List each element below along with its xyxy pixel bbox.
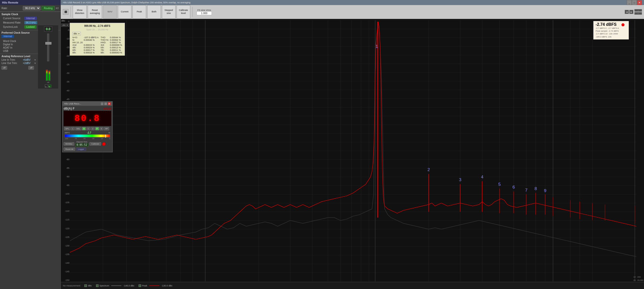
c-btn[interactable]: C [86, 127, 90, 130]
rate-select[interactable]: 96.0 kHz 44.1 kHz 48.0 kHz 88.2 kHz 192 … [23, 6, 41, 10]
bottom-buttons-2: Reset All Logger [64, 148, 111, 151]
info-row-2nd: 2nd:0.00015 % 3rd:0.000069 % [72, 44, 122, 46]
line-out-trim-arrow[interactable]: ▼ [34, 62, 36, 65]
separator-2 [192, 7, 193, 17]
maximize-button[interactable]: □ [632, 0, 637, 5]
harmonic-1-label: 1 [375, 44, 378, 49]
left-panel: Hilo Remote Rate: 96.0 kHz 44.1 kHz 48.0… [0, 0, 61, 289]
line-in-trim-arrow[interactable]: ▼ [34, 59, 36, 61]
spectrum-checkbox[interactable] [96, 284, 99, 287]
info-scale-selector[interactable]: dBc ▼ [72, 32, 81, 35]
expand-v[interactable]: ↕ [634, 9, 642, 12]
arrow-right[interactable]: ▶ [629, 10, 633, 14]
dbfs-bar-value: -2.7 [87, 131, 91, 134]
y--45: -45 [61, 98, 69, 100]
harmonic-5-label: 5 [498, 182, 501, 187]
dbfs-detail-2: Peak sample: -2.74 dBFS [596, 30, 627, 32]
routing-button[interactable]: Routing [42, 6, 55, 10]
y--90: -90 [61, 175, 69, 178]
y--130: -130 [61, 244, 69, 247]
current-button[interactable]: Current [118, 5, 131, 19]
m-btn-1[interactable]: M [45, 85, 48, 88]
l-btn[interactable]: L [71, 127, 74, 130]
dbc-checkbox[interactable] [84, 284, 87, 287]
dbc-scale-arrow: ▼ [66, 24, 68, 26]
both-button[interactable]: Both [147, 5, 161, 19]
stepped-sine-button[interactable]: Stepped sine [162, 5, 176, 19]
y--145: -145 [61, 270, 69, 273]
y--135: -135 [61, 253, 69, 256]
spectrum-legend-text: Spectrum [100, 284, 109, 287]
dbfs-bar-label-text: dBFS [65, 132, 70, 134]
off-btn-1[interactable]: off [2, 66, 7, 70]
minmax-button[interactable]: MinMax [64, 142, 74, 146]
elapsed-container: Elapsed Time 0:05:52 [75, 141, 88, 147]
dbfs-detail-4: -105.3 dBFS -22k [596, 35, 627, 38]
wav-button[interactable]: WAV [103, 5, 117, 19]
dbfs-detail: -2.7 dBFS C, -2.7 dBFS A Peak sample: -2… [596, 27, 627, 38]
sub-window: Hilo USB Reco... _ □ ✕ dB(A) F OVER 80.8… [62, 101, 113, 152]
calibrate-button[interactable]: Calibrate [89, 142, 101, 146]
off-btn-2[interactable]: off [28, 66, 34, 70]
hp-btn[interactable]: HP [104, 127, 109, 130]
over-label: OVER [103, 107, 111, 110]
m-btn-2[interactable]: M [48, 85, 51, 88]
close-button[interactable]: ✕ [637, 0, 642, 5]
current-label: Current [121, 10, 128, 13]
adatin-label: ADAT In [3, 46, 21, 49]
sel-btn[interactable]: SEL [75, 127, 82, 130]
info-row-nd: N+D:-107.0 dBFS A THD:0.00044 % [72, 36, 122, 39]
spl-buttons: SPL L SEL A C Z F S HP [64, 127, 111, 131]
line-in-trim-label: Line In Trim: [2, 58, 22, 61]
z-btn[interactable]: Z [91, 127, 95, 130]
measured-rate-value: 96.0 kHz [24, 21, 37, 24]
reset-averaging-button[interactable]: Reset averaging [88, 5, 102, 19]
info-overlay: 999.99 Hz, -2.74 dBFS Span 20 ... 20,000… [70, 23, 125, 56]
y--85: -85 [61, 167, 69, 169]
show-distortion-button[interactable]: Show distortion [73, 5, 87, 19]
measured-rate-label: Measured Rate: [3, 21, 23, 24]
in-label: In [108, 132, 110, 134]
sub-maximize[interactable]: □ [104, 102, 107, 105]
minimize-button[interactable]: _ [627, 0, 632, 5]
y--125: -125 [61, 236, 69, 238]
fs-sine-label-text: FS sine Vrms [197, 9, 211, 11]
record-button[interactable] [102, 142, 106, 146]
peak-button[interactable]: Peak [132, 5, 146, 19]
f-btn[interactable]: F [95, 127, 99, 130]
peak-legend-text: Peak [142, 284, 147, 287]
dbc-scale-selector[interactable]: dBc ▼ [61, 24, 69, 27]
reset-all-button[interactable]: Reset All [64, 148, 75, 151]
s-btn[interactable]: S [100, 127, 103, 130]
sub-minimize[interactable]: _ [101, 102, 104, 105]
elapsed-label: Elapsed Time [77, 141, 87, 143]
expand-h[interactable]: ↔ [634, 12, 642, 15]
fader-thumb[interactable] [45, 42, 51, 45]
spl-btn[interactable]: SPL [64, 127, 70, 130]
icon-btn[interactable]: ⬛ [63, 9, 68, 15]
calibrate-level-button[interactable]: Calibrate level [177, 5, 190, 19]
harmonic-2-label: 2 [427, 168, 430, 172]
arrow-left[interactable]: ◀ [625, 10, 629, 14]
peak-checkbox[interactable] [139, 284, 141, 287]
info-freq: 999.99 Hz, -2.74 dBFS [72, 25, 122, 27]
elapsed-time: 0:05:52 [75, 143, 88, 147]
y--5: -5 [61, 29, 69, 31]
vu-bar-left [46, 70, 48, 81]
sub-close[interactable]: ✕ [108, 102, 111, 105]
fs-sine-input[interactable] [197, 11, 212, 15]
a-btn[interactable]: A [82, 127, 86, 130]
dbfs-bar [65, 134, 110, 137]
bottom-buttons: MinMax Elapsed Time 0:05:52 Calibrate [64, 141, 111, 147]
no-measurement-text: No measurement [63, 284, 80, 287]
calibrate-level-line1: Calibrate [179, 9, 188, 12]
y--110: -110 [61, 210, 69, 212]
logger-button[interactable]: Logger [76, 148, 86, 151]
harmonic-3-label: 3 [459, 178, 462, 182]
y--35: -35 [61, 80, 69, 83]
preferred-internal[interactable]: Internal [2, 35, 14, 38]
reset-averaging-line2: averaging [90, 12, 100, 15]
both-label: Both [152, 10, 157, 13]
spectrum-chart[interactable]: 1 2 3 4 5 6 7 8 9 [70, 20, 636, 281]
toolbar-right: ◀ ▶ ↕ ↔ [625, 9, 642, 15]
